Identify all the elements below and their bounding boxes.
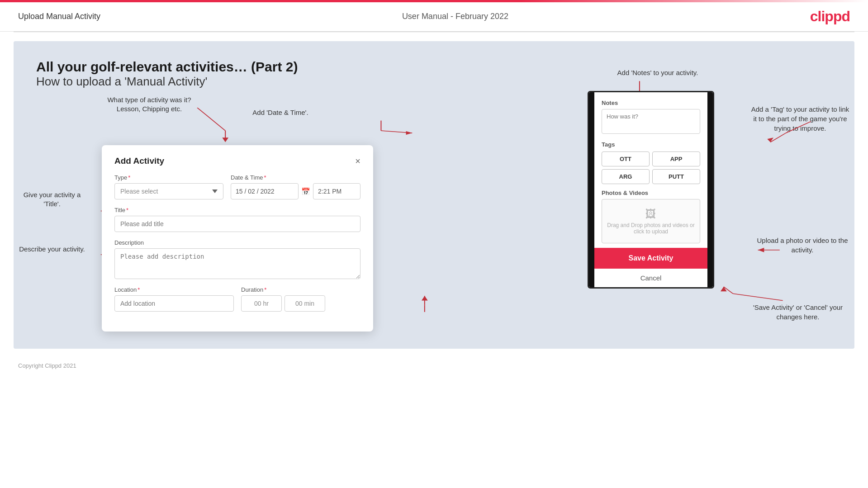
form-row-location-duration: Location* Duration*: [114, 286, 360, 312]
phone-left-bar: [589, 92, 594, 287]
title-input[interactable]: [114, 216, 360, 232]
type-select[interactable]: Please select: [114, 183, 223, 199]
tags-section-label: Tags: [602, 141, 700, 148]
dialog-header: Add Activity ×: [114, 156, 360, 166]
form-row-type-datetime: Type* Please select Date & Time* 📅: [114, 174, 360, 199]
svg-marker-25: [721, 287, 727, 291]
datetime-label: Date & Time*: [231, 174, 360, 181]
date-input[interactable]: [231, 183, 299, 199]
page-heading: All your golf-relevant activities… (Part…: [36, 59, 832, 89]
svg-marker-2: [222, 137, 228, 142]
photo-icon: 🖼: [607, 208, 695, 220]
dialog-title: Add Activity: [114, 156, 164, 166]
location-input[interactable]: [114, 295, 234, 312]
manual-subtitle: User Manual - February 2022: [402, 12, 508, 21]
notes-section-label: Notes: [602, 99, 700, 106]
phone-panel: Notes Tags OTT APP ARG PUTT Photos & Vid…: [588, 91, 714, 289]
form-group-duration: Duration*: [241, 286, 360, 312]
logo: clippd: [810, 8, 850, 25]
form-group-type: Type* Please select: [114, 174, 223, 199]
time-input[interactable]: [313, 183, 360, 199]
annotation-tag: Add a 'Tag' to your activity to link it …: [750, 104, 850, 133]
annotation-description: Describe your activity.: [18, 245, 86, 254]
tag-ott[interactable]: OTT: [602, 152, 650, 166]
header-divider: [14, 32, 854, 32]
dialog-close-button[interactable]: ×: [355, 156, 360, 166]
form-group-title: Title*: [114, 207, 360, 232]
datetime-group: 📅: [231, 183, 360, 199]
form-group-description: Description: [114, 239, 360, 279]
duration-hr-input[interactable]: [241, 295, 282, 312]
tags-grid: OTT APP ARG PUTT: [602, 152, 700, 184]
heading-sub: How to upload a 'Manual Activity': [36, 75, 832, 89]
heading-bold: All your golf-relevant activities… (Part…: [36, 59, 832, 75]
phone-right-bar: [707, 92, 713, 287]
svg-marker-15: [422, 296, 428, 300]
svg-marker-5: [406, 131, 413, 135]
svg-line-4: [381, 131, 412, 133]
duration-label: Duration*: [241, 286, 360, 293]
svg-line-0: [197, 108, 225, 131]
description-textarea[interactable]: [114, 248, 360, 279]
top-accent-bar: [0, 0, 868, 2]
annotation-title: Give your activity a 'Title'.: [18, 190, 86, 208]
photos-drop-zone[interactable]: 🖼 Drag and Drop photos and videos or cli…: [602, 199, 700, 243]
location-label: Location*: [114, 286, 234, 293]
title-label: Title*: [114, 207, 360, 213]
tag-arg[interactable]: ARG: [602, 169, 650, 184]
annotation-type: What type of activity was it? Lesson, Ch…: [104, 95, 194, 113]
calendar-icon: 📅: [301, 187, 310, 196]
duration-min-input[interactable]: [285, 295, 325, 312]
cancel-button[interactable]: Cancel: [589, 269, 713, 287]
tag-app[interactable]: APP: [652, 152, 700, 166]
annotation-upload: Upload a photo or video to the activity.: [755, 236, 850, 255]
description-label: Description: [114, 239, 360, 246]
copyright: Copyright Clippd 2021: [18, 362, 76, 369]
svg-line-19: [770, 133, 786, 142]
page-title: Upload Manual Activity: [18, 12, 100, 21]
photos-label: Photos & Videos: [602, 190, 700, 196]
save-activity-button[interactable]: Save Activity: [589, 248, 713, 269]
add-activity-dialog: Add Activity × Type* Please select Date …: [102, 145, 373, 332]
main-content: All your golf-relevant activities… (Part…: [14, 41, 854, 349]
svg-marker-20: [767, 137, 773, 142]
svg-line-23: [733, 294, 783, 300]
tag-putt[interactable]: PUTT: [652, 169, 700, 184]
notes-textarea[interactable]: [602, 109, 700, 134]
svg-line-24: [724, 287, 733, 294]
top-bar: Upload Manual Activity User Manual - Feb…: [0, 0, 868, 32]
duration-group: [241, 295, 360, 312]
photos-drop-text: Drag and Drop photos and videos or click…: [607, 222, 694, 235]
annotation-notes: Add 'Notes' to your activity.: [615, 68, 701, 77]
type-label: Type*: [114, 174, 223, 181]
form-group-datetime: Date & Time* 📅: [231, 174, 360, 199]
footer: Copyright Clippd 2021: [0, 358, 868, 374]
form-group-location: Location*: [114, 286, 234, 312]
annotation-datetime: Add 'Date & Time'.: [244, 108, 317, 117]
annotation-save: 'Save Activity' or 'Cancel' your changes…: [746, 303, 850, 322]
